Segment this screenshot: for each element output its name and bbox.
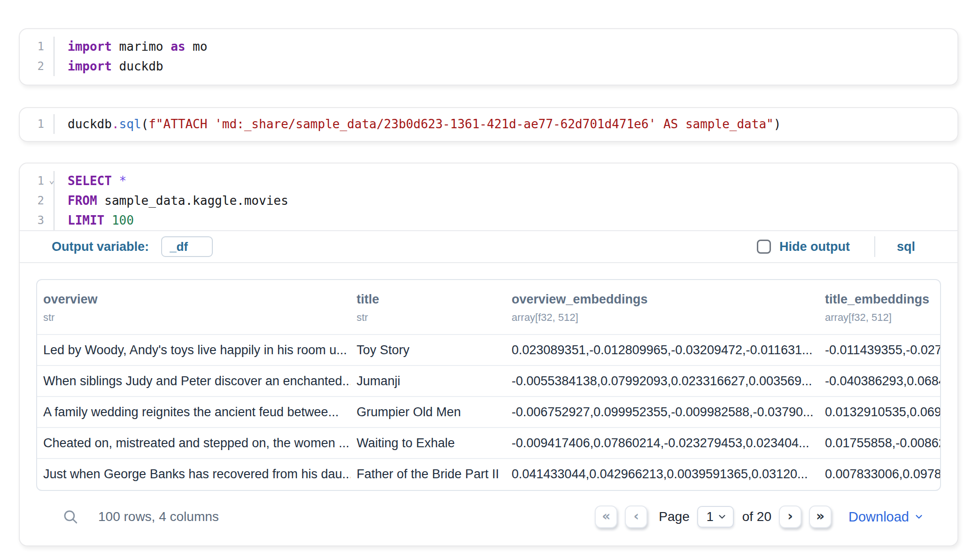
cell-title: Grumpier Old Men — [350, 397, 506, 427]
hide-output-control: Hide output — [757, 240, 850, 254]
table-row: Just when George Banks has recovered fro… — [37, 459, 940, 490]
fold-chevron-icon[interactable]: ⌄ — [49, 171, 54, 191]
row-count-summary: 100 rows, 4 columns — [98, 509, 219, 524]
cell-title-embeddings: 0.01755858,-0.0086286 — [819, 428, 940, 458]
table-row: Cheated on, mistreated and stepped on, t… — [37, 428, 940, 459]
keyword-token: SELECT — [68, 174, 112, 188]
keyword-token: as — [171, 39, 185, 54]
dataframe-table: overview str title str overview_embeddin… — [36, 279, 941, 491]
keyword-token: LIMIT — [68, 213, 104, 227]
line-number: 3 — [20, 210, 54, 230]
line-number-gutter: 1 2 — [20, 37, 54, 76]
table-row: When siblings Judy and Peter discover an… — [37, 366, 940, 397]
marimo-notebook: 1 2 import marimo as mo import duckdb 1 … — [0, 0, 980, 560]
code-line: import duckdb — [68, 56, 957, 76]
cell-title-embeddings: 0.007833006,0.097801 — [819, 459, 940, 490]
cell-title-embeddings: 0.0132910535,0.069585 — [819, 397, 940, 427]
cell-title-embeddings: -0.040386293,0.068451 — [819, 366, 940, 396]
output-variable-input[interactable] — [161, 236, 213, 257]
cell-output: overview str title str overview_embeddin… — [20, 263, 957, 545]
string-token: f"ATTACH 'md:_share/sample_data/23b0d623… — [148, 117, 774, 131]
cell-title: Toy Story — [350, 335, 506, 365]
page-select[interactable]: 1 — [697, 506, 734, 528]
page-label: Page — [659, 509, 689, 524]
download-menu[interactable]: Download — [848, 509, 924, 525]
page-select-value: 1 — [707, 510, 717, 524]
line-number: 1 — [20, 114, 54, 134]
keyword-token: import — [68, 39, 112, 54]
column-type: str — [43, 311, 350, 324]
line-number: 2 — [20, 191, 54, 210]
code-line: SELECT * — [68, 171, 957, 191]
cell-overview: When siblings Judy and Peter discover an… — [37, 366, 350, 396]
hide-output-checkbox[interactable] — [757, 240, 771, 254]
table-row: A family wedding reignites the ancient f… — [37, 397, 940, 428]
cell-overview-embeddings: -0.0055384138,0.07992093,0.023316627,0.0… — [506, 366, 819, 396]
first-page-icon: « — [602, 508, 610, 524]
code-line: duckdb.sql(f"ATTACH 'md:_share/sample_da… — [68, 114, 957, 134]
column-type: array[f32, 512] — [825, 311, 940, 324]
column-header-title-embeddings[interactable]: title_embeddings array[f32, 512] — [819, 292, 940, 324]
code-lines: duckdb.sql(f"ATTACH 'md:_share/sample_da… — [54, 114, 957, 134]
table-header-row: overview str title str overview_embeddin… — [37, 280, 940, 335]
code-cell-imports: 1 2 import marimo as mo import duckdb — [19, 28, 958, 86]
cell-overview-embeddings: 0.041433044,0.042966213,0.0039591365,0.0… — [506, 459, 819, 490]
paren-token: ) — [774, 117, 781, 131]
code-editor[interactable]: 1⌄ 2 3 SELECT * FROM sample_data.kaggle.… — [20, 171, 957, 230]
output-variable-label: Output variable: — [52, 240, 149, 254]
column-header-overview-embeddings[interactable]: overview_embeddings array[f32, 512] — [506, 292, 819, 324]
code-cell-attach: 1 duckdb.sql(f"ATTACH 'md:_share/sample_… — [19, 107, 958, 142]
cell-title-embeddings: -0.011439355,-0.027525 — [819, 335, 940, 365]
code-token: mo — [185, 39, 207, 54]
cell-title: Waiting to Exhale — [350, 428, 506, 458]
cell-overview: A family wedding reignites the ancient f… — [37, 397, 350, 427]
cell-overview: Led by Woody, Andy's toys live happily i… — [37, 335, 350, 365]
column-header-title[interactable]: title str — [350, 292, 506, 324]
first-page-button[interactable]: « — [595, 506, 617, 528]
code-token: sample_data.kaggle.movies — [97, 194, 288, 208]
previous-page-icon: ‹ — [634, 508, 639, 524]
line-number: 1⌄ — [20, 171, 54, 191]
chevron-down-icon — [914, 512, 924, 522]
cell-title: Father of the Bride Part II — [350, 459, 506, 490]
line-number-gutter: 1 — [20, 114, 54, 134]
code-line: LIMIT 100 — [68, 210, 957, 230]
next-page-button[interactable]: › — [779, 506, 801, 528]
line-number: 2 — [20, 56, 54, 76]
sql-cell-toolbar: Output variable: Hide output sql — [20, 231, 957, 262]
number-token: 100 — [104, 213, 134, 227]
function-token: sql — [119, 117, 141, 131]
chevron-down-icon — [717, 512, 727, 522]
keyword-token: FROM — [68, 194, 97, 208]
toolbar-divider — [874, 236, 875, 257]
table-row: Led by Woody, Andy's toys live happily i… — [37, 335, 940, 366]
cell-overview-embeddings: 0.023089351,-0.012809965,-0.03209472,-0.… — [506, 335, 819, 365]
code-lines: import marimo as mo import duckdb — [54, 37, 957, 76]
search-icon[interactable] — [62, 509, 78, 525]
sql-cell: 1⌄ 2 3 SELECT * FROM sample_data.kaggle.… — [19, 163, 958, 546]
code-line: FROM sample_data.kaggle.movies — [68, 191, 957, 210]
code-editor[interactable]: 1 duckdb.sql(f"ATTACH 'md:_share/sample_… — [20, 114, 957, 134]
line-number-gutter: 1⌄ 2 3 — [20, 171, 54, 230]
code-token: duckdb — [68, 117, 112, 131]
previous-page-button[interactable]: ‹ — [625, 506, 647, 528]
code-line: import marimo as mo — [68, 37, 957, 56]
cell-overview-embeddings: -0.009417406,0.07860214,-0.023279453,0.0… — [506, 428, 819, 458]
operator-token: . — [112, 117, 119, 131]
line-number: 1 — [20, 37, 54, 56]
column-header-overview[interactable]: overview str — [37, 292, 350, 324]
code-token: duckdb — [112, 59, 163, 73]
cell-overview-embeddings: -0.006752927,0.099952355,-0.009982588,-0… — [506, 397, 819, 427]
code-editor[interactable]: 1 2 import marimo as mo import duckdb — [20, 37, 957, 76]
cell-overview: Just when George Banks has recovered fro… — [37, 459, 350, 490]
page-total: of 20 — [742, 509, 771, 524]
code-lines: SELECT * FROM sample_data.kaggle.movies … — [54, 171, 957, 230]
hide-output-label[interactable]: Hide output — [779, 240, 850, 254]
cell-overview: Cheated on, mistreated and stepped on, t… — [37, 428, 350, 458]
last-page-icon: » — [816, 508, 824, 524]
code-token: marimo — [112, 39, 171, 54]
download-label: Download — [848, 509, 909, 525]
star-token: * — [112, 174, 126, 188]
last-page-button[interactable]: » — [809, 506, 832, 528]
column-type: array[f32, 512] — [512, 311, 819, 324]
